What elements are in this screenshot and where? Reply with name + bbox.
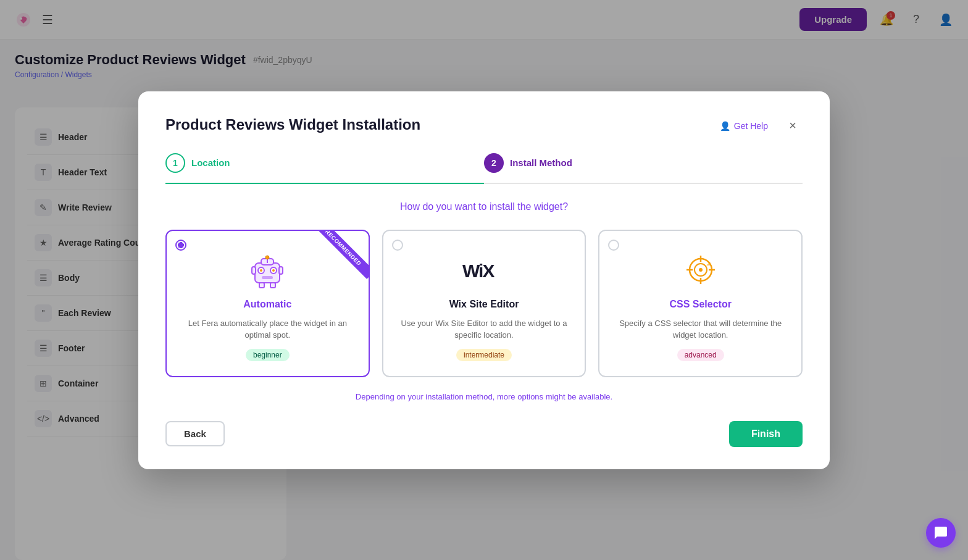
step-2-label: Install Method (510, 157, 572, 168)
card-wix-desc: Use your Wix Site Editor to add the widg… (396, 317, 573, 341)
step-1-label: Location (191, 157, 230, 168)
card-css-title: CSS Selector (669, 299, 731, 310)
get-help-link[interactable]: 👤 Get Help (720, 121, 768, 131)
card-automatic-title: Automatic (243, 299, 291, 310)
radio-automatic[interactable] (175, 240, 186, 251)
recommended-ribbon: RECOMMENDED (319, 231, 369, 280)
svg-rect-10 (252, 267, 256, 274)
modal-close-button[interactable]: × (783, 116, 803, 136)
step-1-circle: 1 (165, 153, 185, 173)
svg-point-8 (272, 269, 275, 272)
stepper: 1 Location 2 Install Method (165, 153, 803, 184)
card-css[interactable]: CSS Selector Specify a CSS selector that… (598, 230, 803, 377)
step-location[interactable]: 1 Location (165, 153, 484, 173)
back-button[interactable]: Back (165, 421, 225, 446)
radio-wix[interactable] (392, 240, 403, 251)
svg-rect-12 (259, 283, 264, 288)
automatic-icon (243, 248, 292, 291)
svg-point-17 (699, 268, 703, 272)
wix-icon: WiX (459, 248, 509, 291)
card-wix-title: Wix Site Editor (449, 299, 519, 310)
step-2-circle: 2 (484, 153, 504, 173)
card-automatic-badge: beginner (246, 349, 290, 361)
card-automatic[interactable]: RECOMMENDED (165, 230, 370, 377)
svg-point-7 (260, 269, 262, 272)
installation-modal: Product Reviews Widget Installation 👤 Ge… (138, 91, 830, 469)
note-text: Depending on your installation method, m… (356, 392, 612, 401)
card-css-badge: advanced (677, 349, 724, 361)
svg-rect-11 (279, 267, 283, 274)
modal-footer: Back Finish (165, 421, 803, 447)
install-question: How do you want to install the widget? (165, 201, 803, 212)
install-method-cards: RECOMMENDED (165, 230, 803, 377)
card-automatic-desc: Let Fera automatically place the widget … (179, 317, 356, 341)
modal-header: Product Reviews Widget Installation 👤 Ge… (165, 116, 803, 136)
modal-title: Product Reviews Widget Installation (165, 116, 420, 133)
chat-bubble-button[interactable] (926, 518, 956, 548)
card-wix[interactable]: WiX Wix Site Editor Use your Wix Site Ed… (382, 230, 586, 377)
get-help-label: Get Help (734, 121, 768, 131)
get-help-icon: 👤 (720, 121, 730, 131)
svg-rect-9 (262, 276, 273, 279)
ribbon-text: RECOMMENDED (319, 231, 369, 279)
install-note: Depending on your installation method, m… (165, 392, 803, 401)
card-wix-badge: intermediate (456, 349, 512, 361)
finish-button[interactable]: Finish (729, 421, 803, 447)
card-css-desc: Specify a CSS selector that will determi… (612, 317, 789, 341)
svg-text:WiX: WiX (462, 261, 494, 281)
modal-content: How do you want to install the widget? R… (165, 184, 803, 401)
radio-css[interactable] (608, 240, 619, 251)
step-install-method[interactable]: 2 Install Method (484, 153, 803, 173)
css-icon (676, 248, 725, 291)
svg-rect-13 (270, 283, 275, 288)
svg-point-4 (265, 256, 269, 259)
